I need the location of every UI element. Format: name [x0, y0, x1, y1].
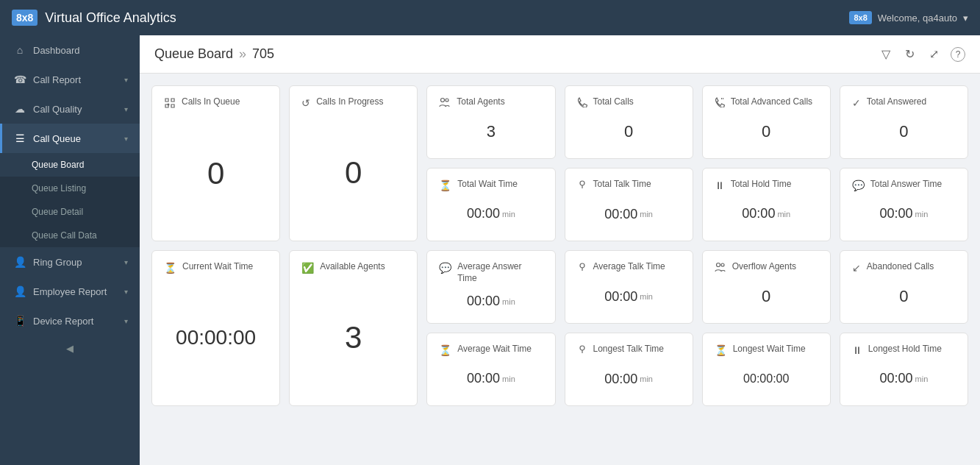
dashboard-icon: ⌂: [14, 44, 26, 56]
total-calls-card: Total Calls 0: [565, 85, 693, 159]
sidebar-label-ring-group: Ring Group: [33, 257, 82, 268]
sidebar-item-call-report[interactable]: ☎ Call Report ▾: [0, 65, 140, 94]
sidebar-label-employee-report: Employee Report: [33, 286, 107, 297]
call-queue-submenu: Queue Board Queue Listing Queue Detail Q…: [0, 153, 140, 247]
device-report-icon: 📱: [14, 315, 26, 327]
total-hold-time-card: ⏸ Total Hold Time 00:00min: [702, 168, 831, 241]
main-content: Queue Board » 705 ▽ ↻ ⤢ ?: [140, 35, 980, 465]
overflow-agents-icon: [715, 262, 726, 274]
sidebar-item-call-queue[interactable]: ☰ Call Queue ▾: [0, 124, 140, 153]
sidebar-subitem-queue-listing[interactable]: Queue Listing: [0, 177, 140, 200]
available-agents-card: ✅ Available Agents 3: [289, 250, 418, 406]
ring-group-icon: 👤: [14, 256, 26, 268]
total-wait-time-title: Total Wait Time: [457, 179, 518, 191]
longest-wait-time-value: 00:00:00: [715, 362, 818, 395]
top-nav: 8x8 Virtual Office Analytics 8x8 Welcome…: [0, 0, 980, 35]
filter-button[interactable]: ▽: [879, 44, 893, 64]
total-answered-title: Total Answered: [867, 96, 926, 108]
longest-hold-time-value: 00:00min: [852, 362, 956, 395]
sidebar-item-ring-group[interactable]: 👤 Ring Group ▾: [0, 247, 140, 277]
chevron-down-icon: ▾: [124, 105, 128, 113]
sidebar: ⌂ Dashboard ☎ Call Report ▾ ☁ Call Quali…: [0, 35, 140, 465]
total-talk-time-title: Total Talk Time: [593, 179, 651, 191]
svg-point-3: [580, 181, 584, 185]
nav-right: 8x8 Welcome, qa4auto ▾: [849, 11, 968, 24]
total-calls-icon: [577, 97, 587, 110]
total-hold-time-title: Total Hold Time: [731, 179, 792, 191]
total-answered-value: 0: [852, 115, 956, 148]
current-wait-time-card: ⏳ Current Wait Time 00:00:00: [151, 250, 280, 406]
average-talk-time-icon: [577, 262, 587, 274]
longest-hold-time-title: Longest Hold Time: [868, 344, 942, 355]
total-advanced-calls-title: Total Advanced Calls: [731, 96, 812, 108]
help-button[interactable]: ?: [951, 47, 965, 62]
sidebar-subitem-queue-call-data[interactable]: Queue Call Data: [0, 224, 140, 247]
longest-wait-time-card: ⏳ Longest Wait Time 00:00:00: [702, 333, 831, 406]
page-header: Queue Board » 705 ▽ ↻ ⤢ ?: [140, 35, 980, 74]
svg-point-9: [580, 346, 584, 350]
total-talk-time-value: 00:00min: [577, 198, 681, 230]
sidebar-label-call-report: Call Report: [33, 74, 81, 85]
longest-talk-time-card: Longest Talk Time 00:00min: [565, 333, 693, 406]
total-calls-title: Total Calls: [593, 96, 634, 108]
call-report-icon: ☎: [14, 74, 26, 85]
longest-wait-time-icon: ⏳: [715, 344, 727, 356]
longest-wait-time-title: Longest Wait Time: [733, 344, 806, 355]
sidebar-item-employee-report[interactable]: 👤 Employee Report ▾: [0, 277, 140, 306]
app-title: Virtual Office Analytics: [45, 10, 176, 26]
svg-point-5: [580, 263, 584, 268]
total-agents-card: Total Agents 3: [426, 85, 555, 159]
available-agents-title: Available Agents: [320, 261, 385, 273]
calls-in-queue-value: 0: [164, 117, 268, 230]
total-answer-time-card: 💬 Total Answer Time 00:00min: [840, 168, 968, 241]
total-wait-time-card: ⏳ Total Wait Time 00:00min: [426, 168, 555, 241]
sidebar-label-dashboard: Dashboard: [33, 45, 80, 56]
total-agents-title: Total Agents: [457, 96, 504, 108]
sidebar-collapse-button[interactable]: ◀: [0, 336, 140, 361]
sidebar-item-dashboard[interactable]: ⌂ Dashboard: [0, 35, 140, 65]
refresh-button[interactable]: ↻: [902, 44, 918, 64]
call-queue-icon: ☰: [14, 132, 26, 144]
average-answer-time-card: 💬 Average Answer Time 00:00min: [426, 250, 555, 324]
total-wait-time-icon: ⏳: [439, 180, 451, 191]
nav-left: 8x8 Virtual Office Analytics: [12, 10, 176, 26]
total-agents-icon: [439, 97, 451, 110]
overflow-agents-title: Overflow Agents: [732, 261, 796, 273]
total-answered-icon: ✓: [852, 97, 861, 109]
total-calls-value: 0: [577, 116, 681, 148]
total-wait-time-value: 00:00min: [439, 197, 543, 230]
total-advanced-calls-icon: [715, 97, 725, 110]
calls-in-progress-value: 0: [301, 115, 405, 230]
sidebar-item-device-report[interactable]: 📱 Device Report ▾: [0, 306, 140, 336]
average-wait-time-icon: ⏳: [439, 344, 451, 356]
employee-report-icon: 👤: [14, 285, 26, 297]
user-badge: 8x8: [849, 11, 871, 24]
breadcrumb-sub: 705: [252, 46, 274, 62]
longest-talk-time-value: 00:00min: [577, 363, 681, 395]
expand-button[interactable]: ⤢: [926, 44, 942, 64]
average-talk-time-value: 00:00min: [577, 280, 681, 313]
average-answer-time-title: Average Answer Time: [457, 261, 543, 284]
sidebar-label-call-queue: Call Queue: [33, 133, 81, 144]
chevron-down-icon: ▾: [124, 288, 128, 296]
calls-in-queue-title: Calls In Queue: [182, 96, 240, 108]
dropdown-arrow-icon[interactable]: ▾: [963, 13, 968, 24]
abandoned-calls-title: Abandoned Calls: [867, 261, 934, 273]
total-talk-time-icon: [577, 180, 587, 192]
average-talk-time-title: Average Talk Time: [593, 261, 665, 273]
overflow-agents-card: Overflow Agents 0: [702, 250, 831, 324]
abandoned-calls-value: 0: [852, 280, 956, 313]
average-talk-time-card: Average Talk Time 00:00min: [565, 250, 693, 324]
sidebar-item-call-quality[interactable]: ☁ Call Quality ▾: [0, 94, 140, 124]
chevron-down-icon: ▾: [124, 76, 128, 84]
sidebar-subitem-queue-detail[interactable]: Queue Detail: [0, 200, 140, 224]
calls-in-queue-card: Calls In Queue 0: [151, 85, 280, 241]
total-agents-value: 3: [439, 116, 543, 148]
longest-talk-time-icon: [577, 344, 587, 357]
sidebar-subitem-queue-board[interactable]: Queue Board: [0, 153, 140, 177]
calls-in-queue-icon: [164, 97, 176, 111]
average-answer-time-value: 00:00min: [439, 290, 543, 313]
chevron-down-icon: ▾: [124, 258, 128, 266]
total-answered-card: ✓ Total Answered 0: [840, 85, 968, 159]
current-wait-time-value: 00:00:00: [164, 280, 268, 395]
